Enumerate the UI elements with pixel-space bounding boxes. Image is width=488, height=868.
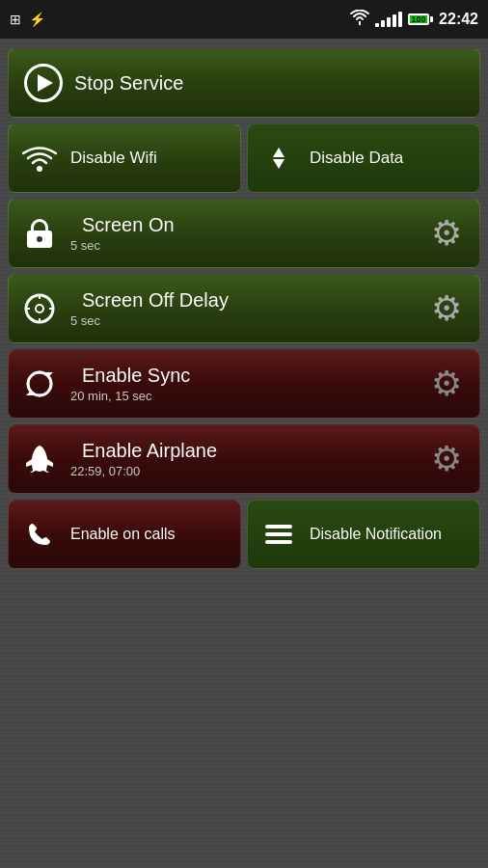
stop-service-button[interactable]: Stop Service [8,48,480,118]
stop-service-label: Stop Service [74,72,183,95]
battery-icon: 100 [408,14,433,25]
disable-data-button[interactable]: Disable Data [247,123,480,193]
data-icon [259,139,298,177]
screen-off-delay-button[interactable]: Screen Off Delay 5 sec ⚙ [8,274,480,343]
screen-on-label: Screen On [82,214,175,236]
enable-airplane-button[interactable]: Enable Airplane 22:59, 07:00 ⚙ [8,424,480,494]
svg-point-2 [36,305,43,312]
airplane-icon [20,440,59,478]
svg-point-0 [37,166,42,172]
status-right-icons: 100 22:42 [350,10,478,29]
notification-icon [259,515,298,554]
calls-notification-row: Enable on calls Disable Notification [8,500,480,569]
svg-point-1 [26,295,53,322]
screen-off-gear-icon[interactable]: ⚙ [425,287,468,330]
signal-icon [375,12,402,27]
wifi-icon [20,139,59,177]
screen-on-gear-icon[interactable]: ⚙ [425,212,468,255]
disable-data-label: Disable Data [310,149,403,168]
enable-sync-sublabel: 20 min, 15 sec [70,389,190,403]
enable-sync-button[interactable]: Enable Sync 20 min, 15 sec ⚙ [8,349,480,419]
screen-off-delay-label: Screen Off Delay [82,289,229,312]
status-time: 22:42 [439,11,478,28]
disable-notification-button[interactable]: Disable Notification [247,500,480,569]
phone-icon [20,515,59,554]
disable-wifi-button[interactable]: Disable Wifi [8,123,241,193]
enable-airplane-gear-icon[interactable]: ⚙ [425,438,468,480]
wifi-status-icon [350,10,369,29]
screen-off-icon [20,289,59,328]
status-bar: ⊞ ⚡ 100 22:42 [0,0,488,39]
enable-sync-label: Enable Sync [82,365,190,387]
enable-on-calls-button[interactable]: Enable on calls [8,500,241,569]
enable-sync-gear-icon[interactable]: ⚙ [425,363,468,405]
enable-on-calls-label: Enable on calls [70,526,176,543]
disable-wifi-label: Disable Wifi [70,149,157,168]
settings-status-icon: ⊞ [10,12,21,27]
play-icon [24,64,63,102]
status-left-icons: ⊞ ⚡ [10,12,45,27]
screen-on-button[interactable]: Screen On 5 sec ⚙ [8,199,480,268]
wifi-data-row: Disable Wifi Disable Data [8,123,480,193]
screen-off-delay-sublabel: 5 sec [70,313,229,328]
main-content: Stop Service Disable Wifi Disable [0,39,488,579]
sync-icon [20,365,59,403]
usb-icon: ⚡ [29,12,45,27]
disable-notification-label: Disable Notification [310,526,442,543]
enable-airplane-label: Enable Airplane [82,440,217,462]
screen-on-sublabel: 5 sec [70,238,175,253]
lock-icon [20,214,59,253]
enable-airplane-sublabel: 22:59, 07:00 [70,464,217,478]
